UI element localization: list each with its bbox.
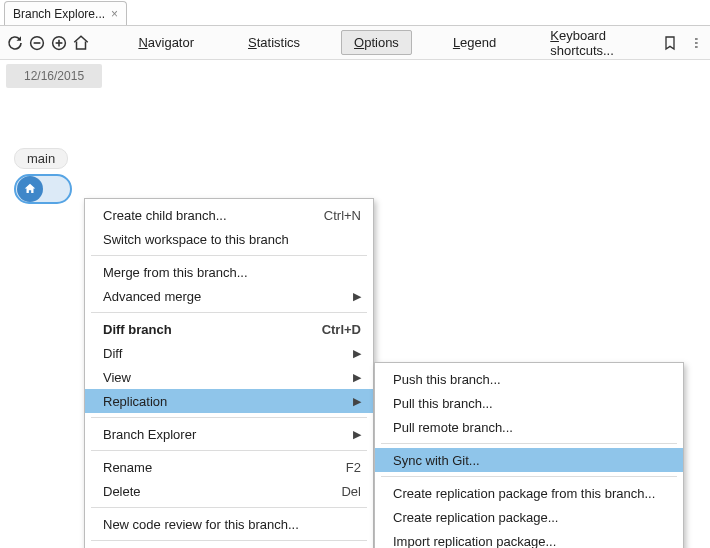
- minus-circle-icon: [28, 34, 46, 52]
- context-menu-branch: Create child branch... Ctrl+N Switch wor…: [84, 198, 374, 548]
- ctx-create-replication-package[interactable]: Create replication package...: [375, 505, 683, 529]
- ctx-diff[interactable]: Diff ▶: [85, 341, 373, 365]
- ctx-delete[interactable]: Delete Del: [85, 479, 373, 503]
- branch-node[interactable]: [14, 174, 72, 204]
- separator: [91, 417, 367, 418]
- ctx-pull-branch[interactable]: Pull this branch...: [375, 391, 683, 415]
- menu-statistics-rest: tatistics: [257, 35, 300, 50]
- menu-keyboard-shortcuts[interactable]: Keyboard shortcuts...: [537, 23, 642, 63]
- ctx-switch-workspace[interactable]: Switch workspace to this branch: [85, 227, 373, 251]
- ctx-push-branch[interactable]: Push this branch...: [375, 367, 683, 391]
- chevron-right-icon: ▶: [353, 395, 361, 408]
- refresh-icon: [6, 34, 24, 52]
- ctx-branch-explorer[interactable]: Branch Explorer ▶: [85, 422, 373, 446]
- ctx-advanced-merge[interactable]: Advanced merge ▶: [85, 284, 373, 308]
- zoom-out-button[interactable]: [28, 31, 46, 55]
- separator: [91, 507, 367, 508]
- menu-legend[interactable]: Legend: [440, 30, 509, 55]
- branch-node-home-icon: [17, 176, 43, 202]
- close-icon[interactable]: ×: [111, 8, 118, 20]
- ctx-rename[interactable]: Rename F2: [85, 455, 373, 479]
- chevron-right-icon: ▶: [353, 290, 361, 303]
- ctx-diff-branch[interactable]: Diff branch Ctrl+D: [85, 317, 373, 341]
- toolbar: Navigator Statistics Options Legend Keyb…: [0, 26, 710, 60]
- ctx-create-child-branch[interactable]: Create child branch... Ctrl+N: [85, 203, 373, 227]
- ctx-pull-remote-branch[interactable]: Pull remote branch...: [375, 415, 683, 439]
- date-chip: 12/16/2015: [6, 64, 102, 88]
- overflow-icon: [692, 35, 702, 51]
- zoom-in-button[interactable]: [50, 31, 68, 55]
- menu-options-rest: ptions: [364, 35, 399, 50]
- refresh-button[interactable]: [6, 31, 24, 55]
- separator: [381, 476, 677, 477]
- branch-label-main[interactable]: main: [14, 148, 68, 169]
- separator: [91, 255, 367, 256]
- chevron-right-icon: ▶: [353, 347, 361, 360]
- ctx-sync-with-git[interactable]: Sync with Git...: [375, 448, 683, 472]
- menu-options[interactable]: Options: [341, 30, 412, 55]
- date-strip: 12/16/2015: [0, 60, 710, 88]
- bookmark-icon: [662, 35, 678, 51]
- menu-navigator-rest: avigator: [148, 35, 194, 50]
- ctx-view[interactable]: View ▶: [85, 365, 373, 389]
- separator: [91, 450, 367, 451]
- separator: [381, 443, 677, 444]
- ctx-replication[interactable]: Replication ▶: [85, 389, 373, 413]
- ctx-import-replication-package[interactable]: Import replication package...: [375, 529, 683, 548]
- plus-circle-icon: [50, 34, 68, 52]
- menu-legend-rest: egend: [460, 35, 496, 50]
- chevron-right-icon: ▶: [353, 428, 361, 441]
- home-button[interactable]: [72, 31, 90, 55]
- menu-statistics[interactable]: Statistics: [235, 30, 313, 55]
- home-icon: [72, 34, 90, 52]
- menu-navigator[interactable]: Navigator: [125, 30, 207, 55]
- ctx-merge-from-branch[interactable]: Merge from this branch...: [85, 260, 373, 284]
- separator: [91, 312, 367, 313]
- ctx-create-replication-package-branch[interactable]: Create replication package from this bra…: [375, 481, 683, 505]
- separator: [91, 540, 367, 541]
- tab-branch-explorer[interactable]: Branch Explore... ×: [4, 1, 127, 25]
- bookmark-button[interactable]: [658, 31, 682, 55]
- ctx-new-code-review[interactable]: New code review for this branch...: [85, 512, 373, 536]
- menu-keyboard-rest: eyboard shortcuts...: [550, 28, 614, 58]
- context-menu-replication: Push this branch... Pull this branch... …: [374, 362, 684, 548]
- chevron-right-icon: ▶: [353, 371, 361, 384]
- tab-title: Branch Explore...: [13, 7, 105, 21]
- overflow-button[interactable]: [692, 31, 702, 55]
